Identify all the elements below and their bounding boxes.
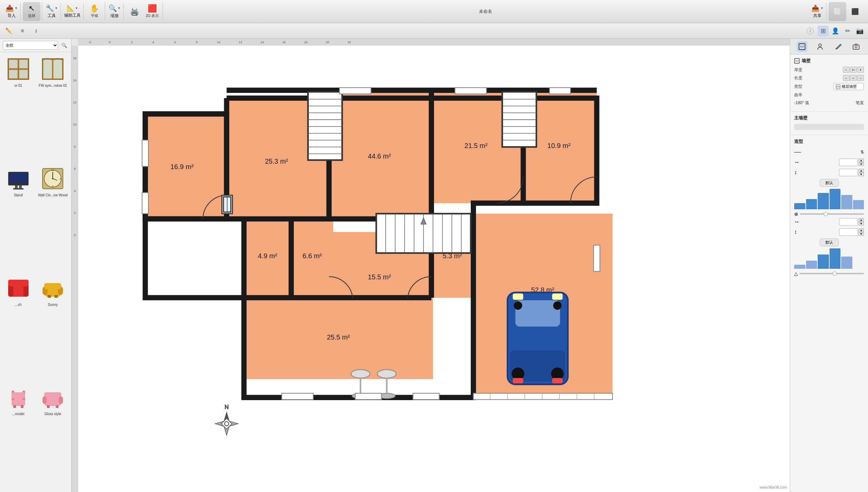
list-icon: ≡	[21, 28, 24, 34]
shape-height-input[interactable]	[839, 169, 858, 176]
sidebar-thumb-stand	[5, 165, 32, 192]
sidebar-item-model[interactable]: ...model	[1, 382, 35, 491]
thickness-mid[interactable]: ⊢	[850, 67, 857, 73]
move-label: 平移	[91, 13, 98, 18]
shape-slider-2[interactable]	[799, 273, 864, 274]
person-panel-icon[interactable]: 👤	[830, 26, 841, 36]
svg-text:21.5 m²: 21.5 m²	[464, 142, 487, 149]
default-button-1[interactable]: 默认	[820, 179, 839, 187]
shape-slider-container: ⊕	[794, 211, 864, 217]
shape-x-up[interactable]: ▲	[858, 218, 864, 222]
svg-rect-149	[513, 378, 523, 383]
sidebar-item-sunny[interactable]: Sunny	[36, 273, 70, 381]
sidebar-item-clock[interactable]: 12 3 6 Wall Clo...ow Wood	[36, 163, 70, 272]
shape-slider-1[interactable]	[800, 213, 864, 215]
tools-button[interactable]: 🔧 ▼ 工具	[44, 3, 59, 20]
svg-point-144	[553, 301, 562, 310]
select-icon: ↖	[29, 5, 35, 12]
tools-label: 工具	[48, 13, 56, 19]
svg-text:15.5 m²: 15.5 m²	[368, 273, 391, 281]
shape-x-down[interactable]: ▼	[858, 222, 864, 226]
draw-tab[interactable]	[833, 41, 844, 52]
person-tab[interactable]	[815, 41, 825, 52]
shape-y-up[interactable]: ▲	[858, 228, 864, 232]
shape-x-input[interactable]	[839, 218, 858, 226]
shape-width-down[interactable]: ▼	[858, 162, 864, 166]
svg-rect-5	[9, 70, 17, 78]
sidebar-item-window2[interactable]: FW sym...ndow 02	[36, 53, 70, 162]
wall-panel-icon[interactable]: ⊞	[818, 26, 829, 36]
svg-rect-170	[413, 393, 439, 400]
svg-rect-47	[78, 39, 790, 46]
svg-rect-167	[142, 193, 149, 214]
length-plus[interactable]: →	[857, 75, 864, 81]
svg-rect-46	[56, 405, 59, 408]
print-button[interactable]: 🖨️	[126, 2, 144, 21]
draw-panel-icon[interactable]: ✏	[842, 26, 853, 36]
main-wall-color-bar[interactable]	[794, 124, 864, 130]
share-button[interactable]: 📤 ▼ 共享	[810, 3, 825, 20]
vertical-ruler: 16 14 12 10 8 6 4 2 0	[71, 46, 78, 492]
length-minus[interactable]: ←	[843, 75, 850, 81]
sidebar-item-couch1[interactable]: ...ch	[1, 273, 35, 381]
category-dropdown[interactable]: 全部	[3, 41, 58, 50]
svg-text:0: 0	[109, 40, 111, 44]
svg-text:20: 20	[326, 40, 329, 44]
canvas-area[interactable]: -2 0 2 4 6 8 10 12 14 16 18 20 22 16 14 …	[71, 39, 790, 492]
assist-label: 辅助工具	[64, 13, 81, 18]
svg-rect-172	[473, 393, 613, 400]
sidebar-item-gloss[interactable]: Gloss style	[36, 382, 70, 491]
shape-chart	[794, 189, 864, 209]
type-dropdown[interactable]: 楼层墙壁	[833, 83, 864, 90]
thickness-minus[interactable]: −	[843, 67, 850, 73]
svg-rect-10	[54, 60, 62, 78]
floor-plan[interactable]: 16.9 m² 25.3 m² 44.6 m² 21.5 m² 10.9 m² …	[78, 46, 790, 492]
svg-text:14: 14	[73, 79, 77, 82]
import-button[interactable]: 📤 ▼ 导入	[4, 3, 19, 20]
svg-point-161	[224, 422, 229, 426]
camera-panel-icon[interactable]: 📷	[854, 26, 865, 36]
shape-width-up[interactable]: ▲	[858, 159, 864, 162]
shape-y-down[interactable]: ▼	[858, 232, 864, 236]
search-button[interactable]: 🔍	[60, 41, 68, 50]
select-button[interactable]: ↖ 选择	[23, 2, 40, 21]
svg-rect-32	[44, 283, 61, 289]
info-button[interactable]: i	[807, 28, 814, 34]
thickness-plus[interactable]: +	[857, 67, 864, 73]
default-button-2[interactable]: 默认	[820, 239, 839, 246]
3d-view-button[interactable]: ⬛	[846, 2, 864, 21]
select-label: 选择	[28, 13, 35, 18]
svg-text:3: 3	[60, 178, 61, 180]
svg-text:-2: -2	[88, 40, 91, 44]
svg-rect-38	[12, 392, 25, 398]
svg-text:25.5 m²: 25.5 m²	[327, 333, 350, 341]
list-button[interactable]: ≡	[16, 26, 29, 36]
view2d-label: 2D 表示	[146, 13, 159, 18]
shape-height-up[interactable]: ▲	[858, 169, 864, 173]
right-panel-tabs	[790, 39, 868, 54]
shape-width-input[interactable]	[839, 159, 858, 166]
move-button[interactable]: ✋ 平移	[86, 2, 103, 21]
columns-button[interactable]: ⫿	[30, 26, 42, 36]
length-mid[interactable]: ↔	[850, 75, 857, 81]
move-icon: ✋	[90, 5, 99, 12]
zoom-button[interactable]: 🔍 ▼ 缩放	[107, 3, 122, 20]
view2d-button[interactable]: 🟥 2D 表示	[144, 2, 161, 21]
wall-tab[interactable]	[797, 41, 807, 52]
svg-rect-4	[19, 60, 28, 68]
svg-rect-148	[552, 294, 563, 300]
pen-button[interactable]: ✏️	[3, 26, 15, 36]
shape-height-down[interactable]: ▼	[858, 173, 864, 176]
svg-rect-40	[21, 405, 23, 408]
shape-slider2-container: △	[794, 271, 864, 276]
shape-chart2	[794, 248, 864, 269]
sidebar-item-window1[interactable]: or 01	[1, 53, 35, 162]
shape-y-input[interactable]	[839, 228, 858, 236]
sidebar-item-stand[interactable]: Stand	[1, 163, 35, 272]
svg-text:6: 6	[52, 185, 53, 187]
plan-view-button[interactable]: ⬜	[829, 2, 846, 21]
dash-icon: —	[794, 148, 801, 156]
camera-tab[interactable]	[851, 41, 862, 52]
assist-button[interactable]: 📐 ▼ 辅助工具	[63, 3, 82, 20]
svg-point-143	[514, 301, 522, 310]
